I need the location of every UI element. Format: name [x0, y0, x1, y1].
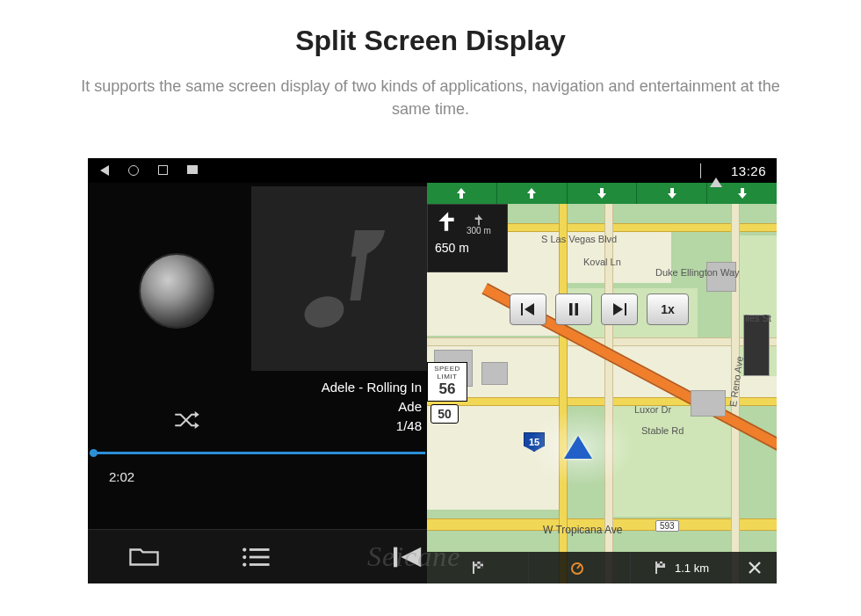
album-art-placeholder: [251, 186, 427, 371]
page-title: Split Screen Display: [0, 0, 861, 57]
lane-guidance-bar: [427, 183, 777, 204]
music-bottom-bar: [88, 529, 427, 583]
previous-track-button[interactable]: [312, 530, 427, 583]
device-frame: 13:26 Adele - Rolling In Ade 1/48 2:02: [88, 158, 777, 583]
lane-arrow-icon: [568, 183, 638, 204]
vehicle-cursor-icon: [564, 436, 592, 459]
svg-rect-17: [480, 566, 482, 569]
remaining-distance[interactable]: 1.1 km: [631, 552, 733, 583]
remaining-value: 1.1 km: [675, 562, 709, 575]
speed-limit-label: SPEED: [428, 365, 467, 373]
exit-badge: 593: [655, 520, 679, 532]
svg-rect-6: [394, 547, 397, 567]
svg-rect-19: [655, 562, 657, 574]
svg-rect-22: [662, 562, 665, 563]
close-nav-button[interactable]: [733, 552, 777, 583]
track-index: 1/48: [322, 417, 422, 436]
track-info: Adele - Rolling In Ade 1/48: [322, 378, 427, 435]
svg-rect-3: [250, 555, 270, 558]
svg-rect-11: [473, 562, 474, 574]
svg-rect-13: [474, 562, 477, 564]
status-clock: 13:26: [731, 163, 766, 178]
svg-rect-1: [250, 548, 270, 551]
page-subtitle: It supports the same screen display of t…: [70, 75, 791, 120]
then-distance: 300 m: [467, 226, 491, 236]
overview-icon[interactable]: [158, 165, 168, 176]
street-label: Stable Rd: [641, 425, 684, 436]
map-speed-button[interactable]: 1x: [647, 294, 689, 325]
music-note-icon: [304, 230, 374, 327]
wifi-icon: [710, 163, 722, 178]
svg-point-2: [242, 554, 246, 558]
recent-app-icon[interactable]: [187, 165, 198, 176]
svg-point-4: [242, 562, 246, 566]
map-next-button[interactable]: [601, 294, 638, 325]
folder-button[interactable]: [88, 530, 199, 583]
speed-limit-value: 56: [428, 380, 467, 398]
street-label: Duke Ellington Way: [655, 267, 740, 278]
svg-rect-9: [575, 303, 579, 315]
svg-rect-23: [660, 563, 662, 565]
eta-indicator[interactable]: [529, 552, 631, 583]
svg-rect-14: [480, 562, 482, 564]
svg-rect-21: [657, 562, 660, 563]
turn-left-icon: [435, 210, 458, 236]
elapsed-time: 2:02: [109, 469, 134, 484]
street-label: W Tropicana Ave: [543, 524, 623, 536]
phone-icon: [700, 163, 701, 178]
map-pause-button[interactable]: [555, 294, 592, 325]
volume-knob[interactable]: [139, 253, 214, 329]
playlist-button[interactable]: [199, 530, 311, 583]
speed-limit-label: LIMIT: [428, 373, 467, 380]
street-label: iles St: [745, 313, 771, 323]
svg-rect-7: [521, 303, 523, 315]
music-player-pane: Adele - Rolling In Ade 1/48 2:02: [88, 183, 427, 583]
svg-rect-16: [474, 566, 477, 569]
map-bottom-bar: 1.1 km: [427, 552, 777, 583]
street-label: S Las Vegas Blvd: [541, 234, 617, 244]
route-flag-button[interactable]: [427, 552, 529, 583]
lane-arrow-icon: [427, 183, 497, 204]
svg-rect-10: [625, 303, 626, 315]
map-media-controls: 1x: [510, 294, 689, 325]
map-prev-button[interactable]: [510, 294, 546, 325]
track-title: Adele - Rolling In: [322, 378, 422, 397]
progress-bar[interactable]: [88, 452, 427, 454]
shuffle-icon[interactable]: [174, 411, 200, 433]
street-label: Luxor Dr: [634, 404, 671, 415]
back-icon[interactable]: [100, 165, 109, 176]
lane-arrow-icon: [497, 183, 568, 204]
svg-point-0: [242, 547, 246, 551]
speed-limit-sign: SPEED LIMIT 56: [427, 362, 467, 402]
svg-rect-15: [477, 564, 480, 567]
then-turn-icon: 300 m: [467, 214, 491, 236]
lane-arrow-icon: [637, 183, 707, 204]
primary-distance: 650 m: [435, 241, 502, 255]
status-bar: 13:26: [88, 158, 777, 183]
turn-instruction-panel: 300 m 650 m: [427, 204, 508, 272]
navigation-pane[interactable]: S Las Vegas Blvd Koval Ln Duke Ellington…: [427, 183, 777, 583]
svg-rect-5: [250, 563, 270, 566]
home-icon[interactable]: [128, 165, 139, 176]
track-artist: Ade: [322, 397, 422, 417]
svg-rect-8: [569, 303, 573, 315]
street-label: Koval Ln: [583, 257, 621, 267]
current-speed-badge: 50: [430, 404, 459, 424]
